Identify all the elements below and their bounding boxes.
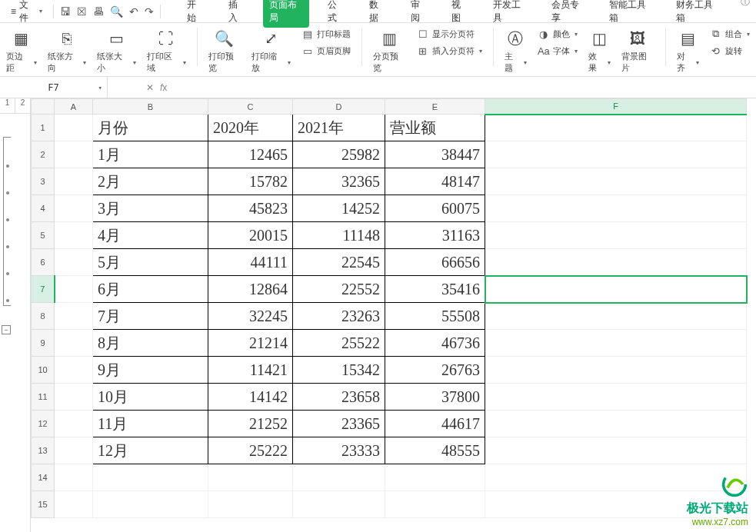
row-header-11[interactable]: 11 bbox=[32, 384, 55, 411]
col-header-A[interactable]: A bbox=[55, 99, 93, 115]
insert-page-break-button[interactable]: ⊞插入分页符 bbox=[417, 45, 482, 57]
margins-button[interactable]: ▦ 页边距 bbox=[6, 28, 37, 74]
cell-A14[interactable] bbox=[55, 464, 93, 491]
cell-F8[interactable] bbox=[485, 303, 747, 330]
cell-B7[interactable]: 6月 bbox=[93, 276, 208, 303]
fonts-button[interactable]: Aa字体 bbox=[538, 45, 578, 57]
tab-start[interactable]: 开始 bbox=[181, 0, 210, 28]
cell-A4[interactable] bbox=[55, 195, 93, 222]
help-icon[interactable]: ⓘ bbox=[741, 0, 750, 28]
cell-C1[interactable]: 2020年 bbox=[208, 115, 293, 141]
cell-D4[interactable]: 14252 bbox=[293, 195, 385, 222]
header-footer-button[interactable]: ▭页眉页脚 bbox=[301, 45, 351, 57]
row-header-15[interactable]: 15 bbox=[32, 491, 55, 518]
outline-collapse-button[interactable]: − bbox=[2, 325, 11, 334]
cell-B12[interactable]: 11月 bbox=[93, 411, 208, 437]
cell-E5[interactable]: 31163 bbox=[385, 222, 485, 249]
save-icon[interactable]: 🖫 bbox=[60, 5, 71, 18]
cell-C10[interactable]: 11421 bbox=[208, 357, 293, 384]
cell-E11[interactable]: 37800 bbox=[385, 384, 485, 411]
row-header-2[interactable]: 2 bbox=[32, 141, 55, 168]
cell-D10[interactable]: 15342 bbox=[293, 357, 385, 384]
cell-A11[interactable] bbox=[55, 384, 93, 411]
file-menu[interactable]: ≡ 文件 ▾ bbox=[6, 0, 47, 26]
row-header-4[interactable]: 4 bbox=[32, 195, 55, 222]
colors-button[interactable]: ◑颜色 bbox=[538, 28, 578, 40]
show-page-breaks-check[interactable]: ☐显示分页符 bbox=[417, 28, 482, 40]
row-header-5[interactable]: 5 bbox=[32, 222, 55, 249]
cell-C12[interactable]: 21252 bbox=[208, 411, 293, 437]
cell-F7[interactable] bbox=[485, 276, 747, 303]
cell-D3[interactable]: 32365 bbox=[293, 168, 385, 195]
cell-B4[interactable]: 3月 bbox=[93, 195, 208, 222]
cell-A9[interactable] bbox=[55, 330, 93, 357]
cell-D6[interactable]: 22545 bbox=[293, 249, 385, 276]
cell-E3[interactable]: 48147 bbox=[385, 168, 485, 195]
cell-C11[interactable]: 14142 bbox=[208, 384, 293, 411]
print-icon[interactable]: 🖶 bbox=[93, 5, 104, 18]
cell-D7[interactable]: 22552 bbox=[293, 276, 385, 303]
row-header-14[interactable]: 14 bbox=[32, 464, 55, 491]
cell-C9[interactable]: 21214 bbox=[208, 330, 293, 357]
row-header-7[interactable]: 7 bbox=[32, 276, 55, 303]
redo-icon[interactable]: ↷ bbox=[145, 5, 154, 18]
cell-A7[interactable] bbox=[55, 276, 93, 303]
cell-D12[interactable]: 23365 bbox=[293, 411, 385, 437]
bg-image-button[interactable]: 🖼 背景图片 bbox=[621, 28, 654, 74]
cell-E9[interactable]: 46736 bbox=[385, 330, 485, 357]
row-header-13[interactable]: 13 bbox=[32, 437, 55, 464]
cell-D13[interactable]: 23333 bbox=[293, 437, 385, 464]
cell-F14[interactable] bbox=[485, 464, 747, 491]
cell-D11[interactable]: 23658 bbox=[293, 384, 385, 411]
row-header-1[interactable]: 1 bbox=[32, 115, 55, 141]
cell-B15[interactable] bbox=[93, 491, 208, 518]
row-header-10[interactable]: 10 bbox=[32, 357, 55, 384]
row-header-12[interactable]: 12 bbox=[32, 411, 55, 437]
cell-B9[interactable]: 8月 bbox=[93, 330, 208, 357]
cell-C3[interactable]: 15782 bbox=[208, 168, 293, 195]
tab-view[interactable]: 视图 bbox=[445, 0, 475, 28]
outline-level-1[interactable]: 1 bbox=[0, 98, 15, 114]
cell-F15[interactable] bbox=[485, 491, 747, 518]
align-button[interactable]: ▤ 对齐 bbox=[677, 28, 699, 74]
cell-A13[interactable] bbox=[55, 437, 93, 464]
cell-E12[interactable]: 44617 bbox=[385, 411, 485, 437]
tab-data[interactable]: 数据 bbox=[363, 0, 392, 28]
cell-F5[interactable] bbox=[485, 222, 747, 249]
cell-F3[interactable] bbox=[485, 168, 747, 195]
cell-F10[interactable] bbox=[485, 357, 747, 384]
cell-F13[interactable] bbox=[485, 437, 747, 464]
cell-E2[interactable]: 38447 bbox=[385, 141, 485, 168]
cell-E15[interactable] bbox=[385, 491, 485, 518]
tab-finance[interactable]: 财务工具箱 bbox=[670, 0, 724, 28]
row-header-3[interactable]: 3 bbox=[32, 168, 55, 195]
cell-B8[interactable]: 7月 bbox=[93, 303, 208, 330]
cell-A12[interactable] bbox=[55, 411, 93, 437]
cell-B14[interactable] bbox=[93, 464, 208, 491]
cell-B6[interactable]: 5月 bbox=[93, 249, 208, 276]
cell-D1[interactable]: 2021年 bbox=[293, 115, 385, 141]
orientation-button[interactable]: ⎘ 纸张方向 bbox=[48, 28, 87, 74]
undo-icon[interactable]: ↶ bbox=[129, 5, 138, 18]
col-header-F[interactable]: F bbox=[485, 99, 747, 115]
cell-F12[interactable] bbox=[485, 411, 747, 437]
cell-B13[interactable]: 12月 bbox=[93, 437, 208, 464]
cell-E1[interactable]: 营业额 bbox=[385, 115, 485, 141]
col-header-B[interactable]: B bbox=[93, 99, 208, 115]
cell-C15[interactable] bbox=[208, 491, 293, 518]
cell-C5[interactable]: 20015 bbox=[208, 222, 293, 249]
cell-F1[interactable] bbox=[485, 115, 747, 141]
export-icon[interactable]: ☒ bbox=[77, 5, 87, 18]
cell-B1[interactable]: 月份 bbox=[93, 115, 208, 141]
cell-F4[interactable] bbox=[485, 195, 747, 222]
cell-E4[interactable]: 60075 bbox=[385, 195, 485, 222]
fx-icon[interactable]: fx bbox=[160, 82, 167, 93]
tab-insert[interactable]: 插入 bbox=[222, 0, 251, 28]
name-box[interactable]: F7 ▾ bbox=[0, 77, 108, 98]
cell-D15[interactable] bbox=[293, 491, 385, 518]
cell-E13[interactable]: 48555 bbox=[385, 437, 485, 464]
cell-A1[interactable] bbox=[55, 115, 93, 141]
tab-member[interactable]: 会员专享 bbox=[545, 0, 591, 28]
print-area-button[interactable]: ⛶ 打印区域 bbox=[147, 28, 186, 74]
cell-F11[interactable] bbox=[485, 384, 747, 411]
